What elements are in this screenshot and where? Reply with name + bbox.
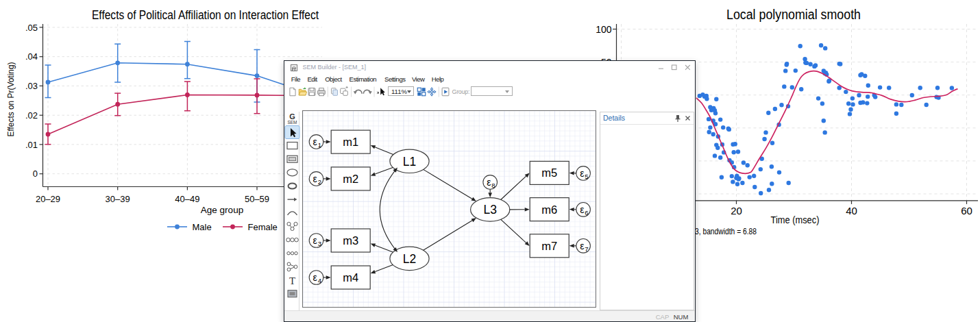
svg-text:.03: .03	[25, 81, 38, 91]
svg-text:50–59: 50–59	[245, 194, 269, 204]
svg-text:60: 60	[961, 205, 972, 216]
svg-text:.05: .05	[25, 23, 38, 33]
svg-text:Local polynomial smooth: Local polynomial smooth	[726, 7, 861, 22]
svg-text:Age group: Age group	[201, 205, 243, 215]
svg-text:Effects of Political Affiliati: Effects of Political Affiliation on Inte…	[92, 8, 319, 22]
svg-text:3, bandwidth = 6.88: 3, bandwidth = 6.88	[695, 226, 757, 236]
svg-text:.02: .02	[25, 110, 38, 121]
svg-text:30–39: 30–39	[106, 194, 130, 204]
svg-text:Male: Male	[193, 222, 212, 232]
svg-text:0: 0	[33, 169, 38, 179]
svg-text:20–29: 20–29	[36, 194, 60, 204]
svg-text:Female: Female	[248, 222, 278, 232]
svg-text:40–49: 40–49	[175, 194, 199, 204]
svg-text:20: 20	[731, 205, 742, 216]
svg-text:Effects on Pr(Voting): Effects on Pr(Voting)	[5, 62, 16, 137]
svg-text:40: 40	[846, 205, 857, 216]
svg-text:.01: .01	[25, 140, 38, 150]
svg-text:Time (msec): Time (msec)	[771, 214, 820, 225]
svg-text:100: 100	[596, 24, 612, 35]
svg-text:.04: .04	[25, 51, 38, 62]
